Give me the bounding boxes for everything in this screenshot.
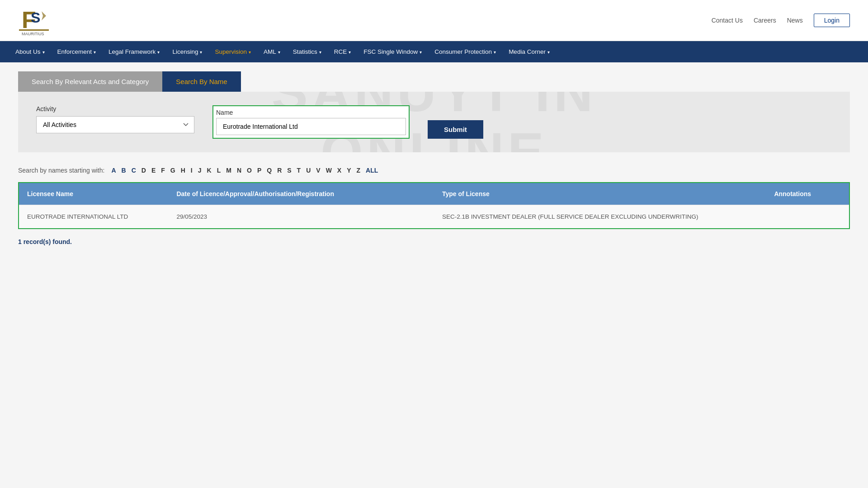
alpha-f[interactable]: F	[159, 166, 167, 175]
contact-us-link[interactable]: Contact Us	[712, 17, 743, 24]
chevron-down-icon: ▾	[420, 50, 422, 55]
alpha-c[interactable]: C	[129, 166, 138, 175]
nav-fsc-single-window[interactable]: FSC Single Window ▾	[357, 41, 428, 62]
alpha-o[interactable]: O	[245, 166, 254, 175]
results-container: Licensee Name Date of Licence/Approval/A…	[18, 182, 850, 229]
alpha-g[interactable]: G	[168, 166, 178, 175]
submit-button[interactable]: Submit	[428, 120, 483, 139]
alpha-s[interactable]: S	[285, 166, 293, 175]
cell-date: 29/05/2023	[168, 205, 434, 229]
header-right: Contact Us Careers News Login	[712, 14, 850, 27]
alpha-j[interactable]: J	[196, 166, 204, 175]
alpha-t[interactable]: T	[295, 166, 303, 175]
chevron-down-icon: ▾	[349, 50, 351, 55]
form-row: Activity All Activities Name Submit	[36, 105, 832, 139]
login-button[interactable]: Login	[814, 14, 850, 27]
fsc-logo: F S MAURITIUS	[18, 5, 50, 36]
nav-statistics[interactable]: Statistics ▾	[287, 41, 328, 62]
chevron-down-icon: ▾	[200, 50, 202, 55]
chevron-down-icon: ▾	[42, 50, 45, 55]
col-header-date: Date of Licence/Approval/Authorisation/R…	[168, 183, 434, 205]
news-link[interactable]: News	[787, 17, 803, 24]
nav-licensing[interactable]: Licensing ▾	[166, 41, 208, 62]
alpha-k[interactable]: K	[205, 166, 214, 175]
nav-consumer-protection[interactable]: Consumer Protection ▾	[428, 41, 502, 62]
nav-legal-framework[interactable]: Legal Framework ▾	[102, 41, 166, 62]
nav-enforcement[interactable]: Enforcement ▾	[51, 41, 103, 62]
chevron-down-icon: ▾	[249, 50, 251, 55]
alphabet-search: Search by names starting with: A B C D E…	[18, 166, 850, 175]
alpha-v[interactable]: V	[314, 166, 322, 175]
tab-search-by-name[interactable]: Search By Name	[162, 71, 241, 92]
search-form-container: SANUYT INONLINE Activity All Activities …	[18, 92, 850, 152]
activity-select[interactable]: All Activities	[36, 116, 194, 133]
cell-annotations	[766, 205, 849, 229]
alpha-r[interactable]: R	[275, 166, 284, 175]
table-row: EUROTRADE INTERNATIONAL LTD 29/05/2023 S…	[19, 205, 849, 229]
alpha-q[interactable]: Q	[264, 166, 274, 175]
alpha-l[interactable]: L	[215, 166, 223, 175]
name-input[interactable]	[216, 118, 406, 135]
alpha-all[interactable]: ALL	[363, 166, 380, 175]
name-label: Name	[216, 109, 406, 116]
chevron-down-icon: ▾	[547, 50, 550, 55]
chevron-down-icon: ▾	[278, 50, 280, 55]
alpha-d[interactable]: D	[139, 166, 148, 175]
svg-text:MAURITIUS: MAURITIUS	[22, 32, 44, 36]
chevron-down-icon: ▾	[94, 50, 96, 55]
cell-type: SEC-2.1B INVESTMENT DEALER (FULL SERVICE…	[434, 205, 766, 229]
svg-text:S: S	[31, 9, 40, 26]
alpha-b[interactable]: B	[119, 166, 128, 175]
search-tabs: Search By Relevant Acts and Category Sea…	[18, 71, 850, 92]
svg-rect-3	[19, 29, 49, 31]
col-header-type: Type of License	[434, 183, 766, 205]
logo-area: F S MAURITIUS	[18, 5, 50, 36]
results-table: Licensee Name Date of Licence/Approval/A…	[19, 183, 849, 228]
alpha-a[interactable]: A	[109, 166, 118, 175]
alpha-h[interactable]: H	[179, 166, 188, 175]
alpha-y[interactable]: Y	[344, 166, 353, 175]
alpha-i[interactable]: I	[189, 166, 195, 175]
alpha-u[interactable]: U	[304, 166, 313, 175]
col-header-licensee-name: Licensee Name	[19, 183, 168, 205]
alpha-z[interactable]: Z	[354, 166, 363, 175]
tab-search-by-acts[interactable]: Search By Relevant Acts and Category	[18, 71, 162, 92]
table-header-row: Licensee Name Date of Licence/Approval/A…	[19, 183, 849, 205]
alpha-n[interactable]: N	[235, 166, 244, 175]
name-input-wrapper: Name	[212, 105, 410, 139]
nav-aml[interactable]: AML ▾	[257, 41, 287, 62]
page-header: F S MAURITIUS Contact Us Careers News Lo…	[0, 0, 868, 41]
records-found: 1 record(s) found.	[18, 238, 850, 245]
name-group: Name	[212, 105, 410, 139]
nav-supervision[interactable]: Supervision ▾	[208, 41, 257, 62]
nav-about-us[interactable]: About Us ▾	[9, 41, 51, 62]
alpha-prefix-text: Search by names starting with:	[18, 167, 104, 174]
nav-media-corner[interactable]: Media Corner ▾	[502, 41, 556, 62]
alpha-w[interactable]: W	[324, 166, 334, 175]
alpha-m[interactable]: M	[224, 166, 234, 175]
alpha-p[interactable]: P	[255, 166, 264, 175]
chevron-down-icon: ▾	[157, 50, 160, 55]
nav-rce[interactable]: RCE ▾	[328, 41, 358, 62]
col-header-annotations: Annotations	[766, 183, 849, 205]
chevron-down-icon: ▾	[319, 50, 321, 55]
careers-link[interactable]: Careers	[754, 17, 776, 24]
activity-group: Activity All Activities	[36, 105, 194, 133]
alpha-x[interactable]: X	[335, 166, 344, 175]
chevron-down-icon: ▾	[494, 50, 496, 55]
main-nav: About Us ▾ Enforcement ▾ Legal Framework…	[0, 41, 868, 62]
alpha-e[interactable]: E	[149, 166, 158, 175]
activity-label: Activity	[36, 105, 194, 113]
cell-licensee-name: EUROTRADE INTERNATIONAL LTD	[19, 205, 168, 229]
